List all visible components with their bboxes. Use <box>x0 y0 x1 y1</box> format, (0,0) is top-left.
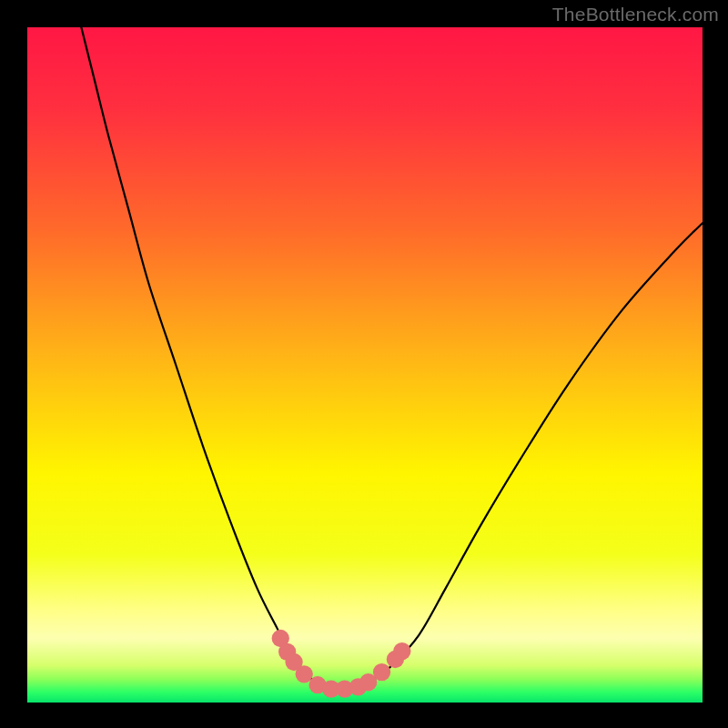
chart-svg <box>0 0 728 728</box>
curve-marker <box>373 663 390 681</box>
plot-background <box>27 27 703 703</box>
chart-container: TheBottleneck.com <box>0 0 728 728</box>
watermark-text: TheBottleneck.com <box>552 4 719 25</box>
curve-marker <box>393 642 410 660</box>
